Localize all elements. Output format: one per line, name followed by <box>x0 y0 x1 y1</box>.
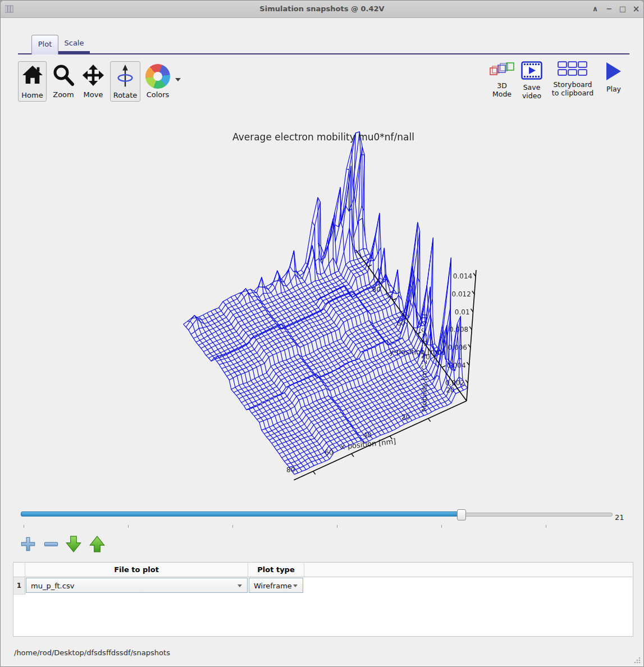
home-label: Home <box>19 91 46 99</box>
colors-icon <box>145 64 170 89</box>
maximize-button[interactable]: □ <box>617 3 628 15</box>
slider-tick-mark <box>128 525 129 528</box>
file-to-plot-combobox[interactable]: mu_p_ft.csv <box>26 578 248 593</box>
storyboard-label: Storyboard to clipboard <box>545 80 601 97</box>
slider-tick-mark <box>546 525 546 528</box>
slider-tick-mark <box>337 525 337 528</box>
resize-grip-icon[interactable] <box>633 656 641 664</box>
corner-header <box>13 563 25 577</box>
slider-tick-mark <box>24 525 24 528</box>
move-up-button[interactable] <box>88 535 106 554</box>
home-icon <box>21 65 44 85</box>
file-to-plot-value: mu_p_ft.csv <box>31 582 74 590</box>
status-path: /home/rod/Desktop/dfsdsffdssdf/snapshots <box>14 648 170 657</box>
slider-handle[interactable] <box>457 509 466 520</box>
title-bar[interactable]: Simulation snapshots @ 0.42V ∧ − □ × <box>1 1 643 18</box>
zoom-icon <box>52 64 75 86</box>
colors-button[interactable]: Colors <box>141 61 174 100</box>
remove-row-button[interactable] <box>42 535 60 554</box>
move-label: Move <box>79 90 107 99</box>
save-video-button[interactable]: Save video <box>515 60 549 100</box>
move-icon <box>81 64 105 86</box>
app-window: Simulation snapshots @ 0.42V ∧ − □ × Plo… <box>0 0 644 667</box>
close-button[interactable]: × <box>631 3 642 15</box>
rotate-button[interactable]: Rotate <box>110 61 140 102</box>
window-title: Simulation snapshots @ 0.42V <box>1 4 643 13</box>
add-row-button[interactable] <box>19 535 37 554</box>
slider-tick-mark <box>232 525 233 528</box>
column-header-empty <box>304 563 632 577</box>
film-icon <box>521 61 542 80</box>
play-button[interactable]: Play <box>600 60 628 93</box>
shade-button[interactable]: ∧ <box>590 3 601 15</box>
zoom-label: Zoom <box>50 90 77 99</box>
chevron-down-icon <box>293 584 298 587</box>
plot-type-combobox[interactable]: Wireframe <box>249 578 303 593</box>
play-label: Play <box>600 85 628 93</box>
column-header-plot-type[interactable]: Plot type <box>248 563 304 577</box>
rotate-label: Rotate <box>111 91 140 99</box>
arrow-up-icon <box>89 535 106 553</box>
status-bar: /home/rod/Desktop/dfsdsffdssdf/snapshots <box>1 644 643 666</box>
column-header-file[interactable]: File to plot <box>25 563 248 577</box>
tab-scale[interactable]: Scale <box>59 35 89 51</box>
save-video-label: Save video <box>515 83 549 100</box>
minus-icon <box>43 536 59 552</box>
plot-canvas[interactable] <box>169 121 489 497</box>
zoom-button[interactable]: Zoom <box>50 61 77 100</box>
3d-mode-label: 3D Mode <box>485 81 519 98</box>
storyboard-button[interactable]: Storyboard to clipboard <box>545 60 601 97</box>
rotate-icon <box>115 65 136 88</box>
plus-icon <box>20 536 36 552</box>
play-icon <box>605 61 622 81</box>
arrow-down-icon <box>65 535 82 553</box>
tab-plot[interactable]: Plot <box>31 35 58 54</box>
minimize-button[interactable]: − <box>604 3 615 15</box>
slider-value: 21 <box>615 513 624 522</box>
storyboard-icon <box>558 61 588 77</box>
plot-files-table: File to plot Plot type 1 mu_p_ft.csv Wir… <box>13 562 633 637</box>
snapshot-slider[interactable] <box>21 509 611 522</box>
home-button[interactable]: Home <box>18 61 47 102</box>
plot-type-value: Wireframe <box>254 582 292 590</box>
3d-cubes-icon <box>489 61 515 78</box>
move-down-button[interactable] <box>65 535 83 554</box>
colors-label: Colors <box>141 90 174 99</box>
slider-tick-mark <box>441 525 442 528</box>
slider-fill <box>21 511 462 517</box>
row-number[interactable]: 1 <box>13 577 25 595</box>
move-button[interactable]: Move <box>79 61 107 100</box>
tab-baseline <box>18 53 629 54</box>
3d-mode-button[interactable]: 3D Mode <box>485 60 519 98</box>
colors-menu-caret-icon[interactable] <box>175 78 181 81</box>
chevron-down-icon <box>237 584 242 587</box>
